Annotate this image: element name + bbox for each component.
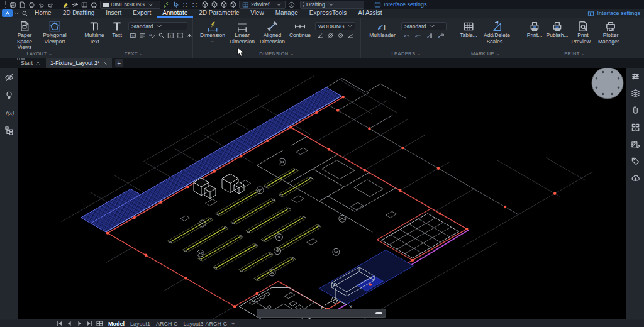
paperclip-icon[interactable] bbox=[630, 106, 640, 115]
linear-dimension-button[interactable]: Linear Dimension bbox=[228, 21, 257, 45]
help-button[interactable]: ? bbox=[287, 1, 296, 8]
printer-small-icon[interactable] bbox=[90, 1, 98, 8]
tabbar-drag-handle[interactable] bbox=[17, 58, 25, 61]
group-label-layout[interactable]: LAYOUT ⌄ bbox=[4, 51, 75, 57]
visual-style-dropdown[interactable]: 2dWiref... bbox=[239, 1, 286, 9]
cloud-upload-icon[interactable] bbox=[630, 174, 640, 183]
undo-icon[interactable] bbox=[37, 1, 45, 8]
layout-tab-model[interactable]: Model bbox=[108, 321, 125, 327]
menu-item-manage[interactable]: Manage bbox=[270, 9, 304, 18]
diameter-dim-icon[interactable] bbox=[326, 32, 334, 39]
group-label-leaders[interactable]: LEADERS ⌄ bbox=[361, 51, 452, 57]
view-cube-icon[interactable] bbox=[201, 1, 209, 8]
group-label-dimension[interactable]: DIMENSION ⌄ bbox=[193, 51, 360, 57]
command-line-expand-button[interactable] bbox=[375, 312, 382, 314]
text-frame-icon[interactable]: T bbox=[167, 32, 174, 39]
find-text-icon[interactable] bbox=[158, 32, 165, 39]
polygonal-viewport-button[interactable]: Polygonal Viewport bbox=[40, 21, 69, 45]
view-cube-icon[interactable] bbox=[219, 1, 228, 8]
group-label-markup[interactable]: MARK UP ⌄ bbox=[452, 51, 519, 57]
next-layout-button[interactable] bbox=[75, 320, 84, 327]
close-icon[interactable] bbox=[36, 61, 40, 65]
last-layout-button[interactable] bbox=[86, 320, 94, 327]
first-layout-button[interactable] bbox=[55, 320, 64, 327]
menu-item-view[interactable]: View bbox=[245, 9, 270, 18]
text-style-dropdown[interactable]: Standard bbox=[128, 22, 187, 30]
dimension-button[interactable]: Dimension ⌄ bbox=[199, 21, 226, 42]
eye-off-icon[interactable] bbox=[4, 73, 14, 82]
menu-item-2d-drafting[interactable]: 2D Drafting bbox=[57, 9, 101, 18]
layers-icon[interactable] bbox=[630, 89, 640, 98]
table-button[interactable]: Table... bbox=[458, 21, 479, 39]
pen-icon[interactable] bbox=[162, 1, 170, 8]
arc-text-icon[interactable] bbox=[186, 32, 193, 39]
panel-icon[interactable] bbox=[80, 1, 89, 8]
layer-dropdown[interactable]: DIMENSIONS bbox=[100, 1, 160, 9]
toolbar-drag-handle[interactable] bbox=[3, 1, 6, 8]
menu-item-ai-assist[interactable]: AI Assist bbox=[352, 9, 387, 18]
layout-list-button[interactable] bbox=[96, 320, 104, 327]
close-icon[interactable] bbox=[103, 61, 108, 65]
publish-button[interactable]: Publish... bbox=[545, 21, 569, 39]
layout-tab-layout3-arch-c[interactable]: Layout3-ARCH C bbox=[184, 321, 228, 327]
plotter-manager-button[interactable]: Plotter Manager... bbox=[597, 21, 625, 45]
print-button[interactable]: Print... bbox=[525, 21, 544, 39]
app-logo[interactable] bbox=[2, 9, 13, 17]
ribbon-drag-handle[interactable] bbox=[1, 23, 4, 53]
layout-tab-arch-c[interactable]: ARCH C bbox=[156, 321, 178, 327]
properties-sliders-icon[interactable] bbox=[630, 72, 640, 81]
leader-align-icon[interactable] bbox=[426, 32, 433, 39]
menu-item-2d-parametric[interactable]: 2D Parametric bbox=[193, 9, 245, 18]
group-label-print[interactable]: PRINT ⌄ bbox=[519, 51, 630, 57]
leader-add-icon[interactable] bbox=[402, 32, 410, 39]
menu-item-annotate[interactable]: Annotate bbox=[157, 9, 193, 18]
menu-item-insert[interactable]: Insert bbox=[100, 9, 127, 18]
structure-icon[interactable] bbox=[4, 126, 14, 135]
print-icon[interactable] bbox=[28, 1, 36, 8]
hatch-edit-icon[interactable] bbox=[630, 140, 640, 149]
spell-check-icon[interactable]: ab bbox=[148, 32, 155, 39]
aligned-dimension-button[interactable]: Aligned Dimension bbox=[258, 21, 287, 45]
leader-remove-icon[interactable] bbox=[414, 32, 422, 39]
workspace-dropdown[interactable]: Drafting bbox=[300, 1, 364, 9]
search-button[interactable] bbox=[21, 9, 29, 17]
new-document-tab-button[interactable]: + bbox=[115, 59, 123, 67]
text-button[interactable]: Text bbox=[109, 21, 125, 39]
field-icon[interactable]: {} bbox=[130, 32, 136, 39]
leader-collect-icon[interactable] bbox=[438, 32, 445, 39]
save-icon[interactable] bbox=[9, 1, 17, 8]
fx-icon[interactable]: f(x) bbox=[4, 108, 14, 118]
lightbulb-icon[interactable] bbox=[4, 91, 14, 100]
continue-dimension-button[interactable]: Continue bbox=[288, 21, 312, 39]
previous-layout-button[interactable] bbox=[65, 320, 74, 327]
paper-space-views-button[interactable]: Paper Space Views bbox=[10, 21, 39, 51]
menu-item-export[interactable]: Export bbox=[127, 9, 157, 18]
group-label-text[interactable]: TEXT ⌄ bbox=[75, 51, 192, 57]
multileader-button[interactable]: T Multileader bbox=[367, 21, 398, 39]
slope-dim-icon[interactable] bbox=[347, 32, 354, 39]
radius-dim-icon[interactable] bbox=[336, 32, 344, 39]
redo-icon[interactable] bbox=[47, 1, 55, 8]
tag-icon[interactable] bbox=[630, 157, 640, 166]
add-delete-scales-button[interactable]: Add/Delete Scales... bbox=[480, 21, 513, 45]
interface-settings-button[interactable]: Interface settings bbox=[587, 10, 640, 17]
cursor-select-icon[interactable] bbox=[172, 1, 180, 8]
align-text-icon[interactable] bbox=[139, 32, 146, 39]
view-cube-icon[interactable] bbox=[229, 1, 237, 8]
interface-settings-button-top[interactable]: Interface settings bbox=[374, 1, 427, 8]
menu-item-expresstools[interactable]: ExpressTools bbox=[304, 9, 352, 18]
marker-icon[interactable] bbox=[62, 1, 70, 8]
menu-item-home[interactable]: Home bbox=[29, 9, 57, 18]
logo-chevron-icon[interactable] bbox=[13, 10, 21, 17]
dimension-style-dropdown[interactable]: WORKING bbox=[315, 22, 355, 30]
print-preview-button[interactable]: Print Preview... bbox=[570, 21, 596, 45]
layout-tab-layout1[interactable]: Layout1 bbox=[130, 321, 150, 327]
text-mask-icon[interactable] bbox=[177, 32, 184, 39]
drawing-viewport[interactable]: ZXY bbox=[18, 68, 626, 319]
multiline-text-button[interactable]: Multiline Text bbox=[81, 21, 108, 45]
gear-icon[interactable] bbox=[71, 1, 79, 8]
snap-blue-icon[interactable] bbox=[181, 1, 189, 8]
angle-dim-icon[interactable] bbox=[316, 32, 324, 39]
command-line-drag-handle[interactable] bbox=[260, 311, 262, 316]
document-tab[interactable]: 1-Fixture_Layout 2* bbox=[46, 58, 112, 68]
